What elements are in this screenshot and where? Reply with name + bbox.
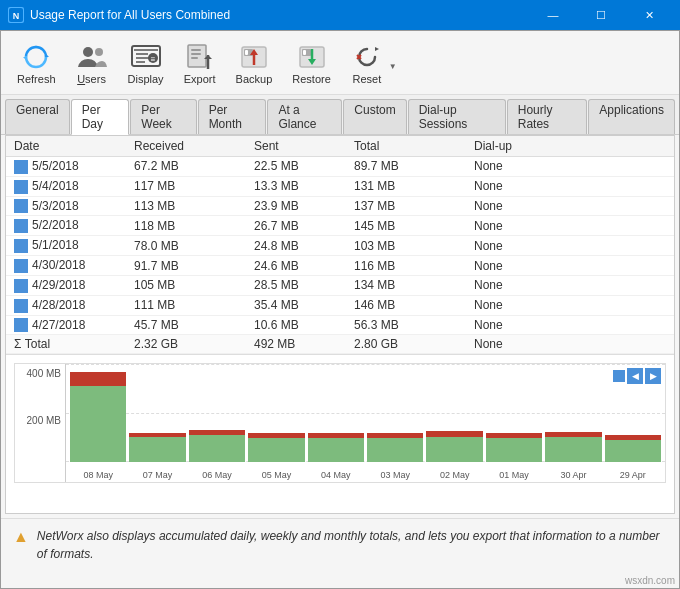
bar-stack <box>486 433 542 463</box>
dropdown-arrow-icon: ▼ <box>389 62 397 71</box>
bar-group <box>605 368 661 462</box>
cell-dialup: None <box>466 275 658 295</box>
cell-total: 116 MB <box>346 256 466 276</box>
cell-received: 45.7 MB <box>126 315 246 335</box>
svg-rect-21 <box>245 50 248 55</box>
restore-label: Restore <box>292 73 331 85</box>
tab-per-day[interactable]: Per Day <box>71 99 130 135</box>
restore-button[interactable]: Restore <box>284 37 339 89</box>
tab-applications[interactable]: Applications <box>588 99 675 134</box>
reset-dropdown-button[interactable]: ▼ <box>387 50 399 75</box>
table-row[interactable]: 4/30/2018 91.7 MB 24.6 MB 116 MB None <box>6 256 674 276</box>
data-table[interactable]: Date Received Sent Total Dial-up 5/5/201… <box>6 136 674 355</box>
row-checkbox[interactable] <box>14 199 28 213</box>
tab-hourly-rates[interactable]: Hourly Rates <box>507 99 588 134</box>
bar-received <box>248 438 304 462</box>
table-row[interactable]: 4/29/2018 105 MB 28.5 MB 134 MB None <box>6 275 674 295</box>
bar-received <box>545 437 601 462</box>
chart-y-labels: 400 MB 200 MB <box>15 364 65 482</box>
tab-dial-up-sessions[interactable]: Dial-up Sessions <box>408 99 506 134</box>
table-row[interactable]: 5/4/2018 117 MB 13.3 MB 131 MB None <box>6 176 674 196</box>
table-row[interactable]: 5/3/2018 113 MB 23.9 MB 137 MB None <box>6 196 674 216</box>
bar-sent <box>70 372 126 386</box>
cell-received: 113 MB <box>126 196 246 216</box>
total-total: 2.80 GB <box>346 335 466 354</box>
info-icon: ▲ <box>13 528 29 546</box>
cell-dialup: None <box>466 315 658 335</box>
bar-stack <box>605 435 661 462</box>
restore-icon <box>296 41 328 73</box>
svg-rect-13 <box>188 45 206 67</box>
y-label-200: 200 MB <box>15 415 61 426</box>
bar-group <box>248 368 304 462</box>
cell-date: 4/28/2018 <box>6 295 126 315</box>
export-button[interactable]: Export <box>176 37 224 89</box>
cell-date: 5/2/2018 <box>6 216 126 236</box>
svg-point-5 <box>95 48 103 56</box>
cell-total: 146 MB <box>346 295 466 315</box>
display-button[interactable]: ≡ Display <box>120 37 172 89</box>
cell-total: 145 MB <box>346 216 466 236</box>
content-area: Date Received Sent Total Dial-up 5/5/201… <box>5 135 675 514</box>
table-row[interactable]: 4/27/2018 45.7 MB 10.6 MB 56.3 MB None <box>6 315 674 335</box>
col-dialup: Dial-up <box>466 136 658 157</box>
row-checkbox[interactable] <box>14 259 28 273</box>
table-row[interactable]: 5/5/2018 67.2 MB 22.5 MB 89.7 MB None <box>6 157 674 177</box>
grid-line-top <box>66 364 665 365</box>
x-label: 02 May <box>426 470 482 480</box>
table-row[interactable]: 5/2/2018 118 MB 26.7 MB 145 MB None <box>6 216 674 236</box>
x-label: 29 Apr <box>605 470 661 480</box>
bar-group <box>129 368 185 462</box>
cell-received: 111 MB <box>126 295 246 315</box>
tab-per-week[interactable]: Per Week <box>130 99 196 134</box>
x-label: 07 May <box>129 470 185 480</box>
tab-general[interactable]: General <box>5 99 70 134</box>
table-row[interactable]: 4/28/2018 111 MB 35.4 MB 146 MB None <box>6 295 674 315</box>
cell-total: 131 MB <box>346 176 466 196</box>
col-total: Total <box>346 136 466 157</box>
total-dialup: None <box>466 335 658 354</box>
reset-label: Reset <box>352 73 381 85</box>
bar-stack <box>129 433 185 463</box>
cell-dialup: None <box>466 157 658 177</box>
display-label: Display <box>128 73 164 85</box>
row-checkbox[interactable] <box>14 180 28 194</box>
cell-dialup: None <box>466 236 658 256</box>
refresh-button[interactable]: Refresh <box>9 37 64 89</box>
row-checkbox[interactable] <box>14 318 28 332</box>
x-label: 01 May <box>486 470 542 480</box>
title-bar: N Usage Report for All Users Combined — … <box>0 0 680 30</box>
cell-sent: 24.8 MB <box>246 236 346 256</box>
row-checkbox[interactable] <box>14 279 28 293</box>
minimize-button[interactable]: — <box>530 5 576 25</box>
bar-received <box>129 437 185 462</box>
cell-sent: 22.5 MB <box>246 157 346 177</box>
cell-dialup: None <box>466 256 658 276</box>
info-bar: ▲ NetWorx also displays accumulated dail… <box>1 518 679 573</box>
toolbar: Refresh Users <box>1 31 679 95</box>
tab-custom[interactable]: Custom <box>343 99 406 134</box>
users-button[interactable]: Users <box>68 37 116 89</box>
y-label-400: 400 MB <box>15 368 61 379</box>
col-received: Received <box>126 136 246 157</box>
row-checkbox[interactable] <box>14 239 28 253</box>
tab-per-month[interactable]: Per Month <box>198 99 267 134</box>
watermark: wsxdn.com <box>1 573 679 588</box>
maximize-button[interactable]: ☐ <box>578 5 624 25</box>
bar-received <box>308 438 364 462</box>
table-row[interactable]: 5/1/2018 78.0 MB 24.8 MB 103 MB None <box>6 236 674 256</box>
display-icon: ≡ <box>130 41 162 73</box>
tab-at-a-glance[interactable]: At a Glance <box>267 99 342 134</box>
close-button[interactable]: ✕ <box>626 5 672 25</box>
cell-dialup: None <box>466 176 658 196</box>
row-checkbox[interactable] <box>14 219 28 233</box>
main-window: Refresh Users <box>0 30 680 589</box>
refresh-icon <box>20 41 52 73</box>
cell-sent: 13.3 MB <box>246 176 346 196</box>
cell-total: 89.7 MB <box>346 157 466 177</box>
row-checkbox[interactable] <box>14 299 28 313</box>
reset-button[interactable]: Reset <box>343 37 391 89</box>
cell-date: 5/1/2018 <box>6 236 126 256</box>
backup-button[interactable]: Backup <box>228 37 281 89</box>
row-checkbox[interactable] <box>14 160 28 174</box>
